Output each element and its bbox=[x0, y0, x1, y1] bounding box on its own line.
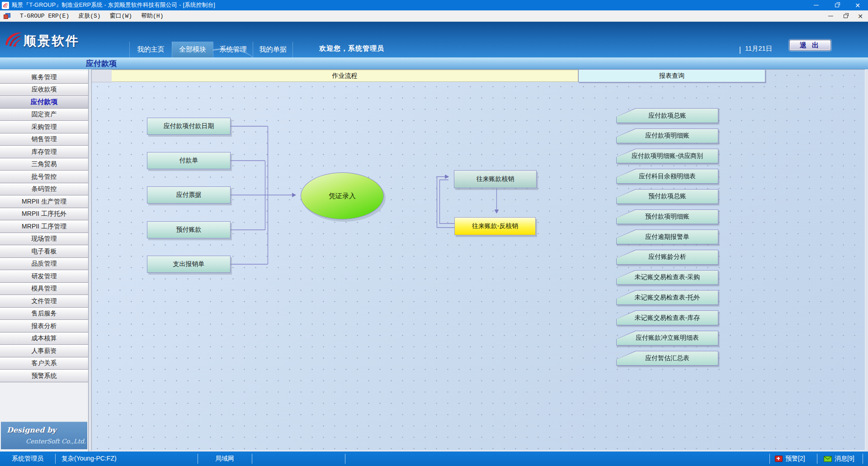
tab-3[interactable]: 我的单据 bbox=[253, 42, 293, 57]
sidebar-item-3[interactable]: 固定资产 bbox=[0, 109, 88, 121]
sidebar-item-21[interactable]: 成本核算 bbox=[0, 333, 88, 345]
report-button-0[interactable]: 应付款项总账 bbox=[616, 108, 718, 123]
statusbar-separator bbox=[252, 454, 252, 464]
menu-items: T-GROUP ERP(E)皮肤(S)窗口(W)帮助(H) bbox=[15, 10, 168, 21]
sidebar-item-7[interactable]: 三角贸易 bbox=[0, 158, 88, 171]
designed-by-panel: Designed by CenterSoft Co.,Ltd. bbox=[1, 422, 87, 449]
report-button-6[interactable]: 应付逾期报警单 bbox=[616, 229, 718, 244]
tab-1[interactable]: 全部模块 bbox=[172, 42, 213, 57]
red-swoosh-icon bbox=[5, 30, 23, 50]
report-button-5[interactable]: 预付款项明细账 bbox=[616, 209, 718, 224]
report-button-label: 应付款项明细账-供应商别 bbox=[617, 149, 718, 163]
envelope-icon bbox=[824, 456, 832, 462]
report-button-4[interactable]: 预付款项总账 bbox=[616, 189, 718, 204]
sidebar-item-14[interactable]: 电子看板 bbox=[0, 245, 88, 258]
flow-header-spacer bbox=[92, 70, 112, 82]
date-separator bbox=[740, 47, 741, 54]
sidebar-item-1[interactable]: 应收款项 bbox=[0, 84, 88, 96]
mdi-minimize-button[interactable] bbox=[826, 11, 835, 21]
sidebar-item-15[interactable]: 品质管理 bbox=[0, 258, 88, 271]
flow-section-header: 作业流程 bbox=[112, 70, 578, 82]
statusbar-station: 复杂(Young-PC:FZ) bbox=[61, 455, 117, 463]
statusbar-user: 系统管理员 bbox=[0, 455, 55, 463]
sidebar-item-0[interactable]: 账务管理 bbox=[0, 71, 88, 84]
statusbar-alert[interactable]: 预警[2] bbox=[785, 455, 805, 463]
report-button-11[interactable]: 应付账款冲立账明细表 bbox=[616, 331, 718, 346]
flow-node-unverify[interactable]: 往来账款-反核销 bbox=[454, 217, 536, 235]
sidebar-item-12[interactable]: MRPII 工序管理 bbox=[0, 220, 88, 233]
report-button-9[interactable]: 未记账交易检查表-托外 bbox=[616, 290, 718, 305]
sidebar-item-22[interactable]: 人事薪资 bbox=[0, 345, 88, 357]
report-button-3[interactable]: 应付科目余额明细表 bbox=[616, 169, 718, 184]
report-button-10[interactable]: 未记账交易检查表-库存 bbox=[616, 310, 718, 325]
sidebar-item-4[interactable]: 采购管理 bbox=[0, 121, 88, 133]
report-button-label: 未记账交易检查表-采购 bbox=[617, 271, 718, 285]
header: 顺景软件 我的主页全部模块系统管理我的单据 欢迎您，系统管理员 11月21日 退… bbox=[0, 22, 868, 57]
tab-2[interactable]: 系统管理 bbox=[213, 42, 253, 57]
subheader: 应付款项 bbox=[0, 57, 868, 69]
sidebar-item-19[interactable]: 售后服务 bbox=[0, 308, 88, 320]
report-button-label: 应付逾期报警单 bbox=[617, 230, 718, 244]
logo-text: 顺景软件 bbox=[24, 33, 80, 50]
sidebar-item-23[interactable]: 客户关系 bbox=[0, 357, 88, 370]
sidebar-item-9[interactable]: 条码管控 bbox=[0, 183, 88, 196]
menu-item-1[interactable]: 皮肤(S) bbox=[74, 10, 105, 21]
statusbar-separator bbox=[345, 454, 345, 464]
report-section-header: 报表查询 bbox=[578, 69, 765, 82]
flow-box-source-1[interactable]: 付款单 bbox=[147, 152, 231, 169]
flow-node-verify[interactable]: 往来账款核销 bbox=[454, 170, 537, 188]
menu-item-0[interactable]: T-GROUP ERP(E) bbox=[15, 10, 74, 21]
flow-box-source-0[interactable]: 应付款项付款日期 bbox=[147, 118, 231, 135]
minimize-button[interactable] bbox=[806, 0, 826, 10]
report-button-8[interactable]: 未记账交易检查表-采购 bbox=[616, 270, 718, 285]
sidebar-item-16[interactable]: 研发管理 bbox=[0, 270, 88, 283]
tab-0[interactable]: 我的主页 bbox=[129, 42, 172, 57]
report-button-label: 预付款项总账 bbox=[617, 190, 718, 204]
window-title: 顺景『T-GROUP』制造业ERP系统 - 东莞顺景软件科技有限公司 - [系统… bbox=[12, 1, 215, 9]
report-button-label: 应付科目余额明细表 bbox=[617, 169, 718, 183]
statusbar: 系统管理员 复杂(Young-PC:FZ) 局域网 预警[2] 消息[9] bbox=[0, 452, 868, 466]
sidebar-item-24[interactable]: 预警系统 bbox=[0, 370, 88, 382]
sidebar-item-6[interactable]: 库存管理 bbox=[0, 146, 88, 158]
report-button-label: 未记账交易检查表-托外 bbox=[617, 290, 718, 304]
flow-node-voucher-entry[interactable]: 凭证录入 bbox=[301, 172, 384, 219]
sidebar-item-5[interactable]: 销售管理 bbox=[0, 133, 88, 146]
close-icon: ✕ bbox=[858, 13, 863, 19]
page-title: 应付款项 bbox=[86, 58, 117, 69]
restore-button[interactable] bbox=[826, 0, 847, 10]
mdi-window-controls: ✕ bbox=[826, 10, 864, 22]
sidebar-item-17[interactable]: 模具管理 bbox=[0, 283, 88, 295]
sidebar-item-13[interactable]: 现场管理 bbox=[0, 233, 88, 246]
flow-box-source-3[interactable]: 预付账款 bbox=[147, 221, 231, 238]
sidebar-item-18[interactable]: 文件管理 bbox=[0, 295, 88, 308]
sidebar-item-8[interactable]: 批号管控 bbox=[0, 171, 88, 183]
flow-box-source-4[interactable]: 支出报销单 bbox=[147, 256, 231, 273]
sidebar-item-11[interactable]: MRPII 工序托外 bbox=[0, 208, 88, 221]
statusbar-separator bbox=[863, 454, 863, 464]
close-button[interactable]: ✕ bbox=[847, 0, 868, 10]
workflow-panel: 作业流程 报表查询 应付款项付款日期付款单应付票据预付账款支出报销 bbox=[89, 69, 868, 452]
menu-item-3[interactable]: 帮助(H) bbox=[137, 10, 168, 21]
report-button-12[interactable]: 应付暂估汇总表 bbox=[616, 351, 718, 366]
mdi-child-icon bbox=[4, 13, 10, 19]
report-button-7[interactable]: 应付账龄分析 bbox=[616, 250, 718, 265]
statusbar-separator bbox=[55, 454, 56, 464]
mdi-restore-button[interactable] bbox=[841, 11, 849, 21]
minimize-icon bbox=[814, 5, 819, 6]
flow-box-source-2[interactable]: 应付票据 bbox=[147, 186, 231, 204]
first-aid-icon bbox=[775, 456, 783, 462]
report-button-label: 应付款项总账 bbox=[617, 109, 718, 123]
sidebar-item-10[interactable]: MRPII 生产管理 bbox=[0, 195, 88, 208]
exit-button[interactable]: 退 出 bbox=[789, 40, 831, 51]
report-button-1[interactable]: 应付款项明细账 bbox=[616, 128, 718, 143]
window-controls: ✕ bbox=[806, 0, 868, 10]
menu-item-2[interactable]: 窗口(W) bbox=[105, 10, 137, 21]
statusbar-message[interactable]: 消息[9] bbox=[835, 455, 854, 463]
report-button-label: 应付账款冲立账明细表 bbox=[617, 331, 718, 345]
sidebar-item-20[interactable]: 报表分析 bbox=[0, 320, 88, 333]
report-button-2[interactable]: 应付款项明细账-供应商别 bbox=[616, 148, 718, 163]
statusbar-separator bbox=[769, 454, 770, 464]
mdi-close-button[interactable]: ✕ bbox=[856, 11, 864, 21]
statusbar-network: 局域网 bbox=[198, 455, 252, 463]
sidebar-item-2[interactable]: 应付款项 bbox=[0, 96, 88, 109]
